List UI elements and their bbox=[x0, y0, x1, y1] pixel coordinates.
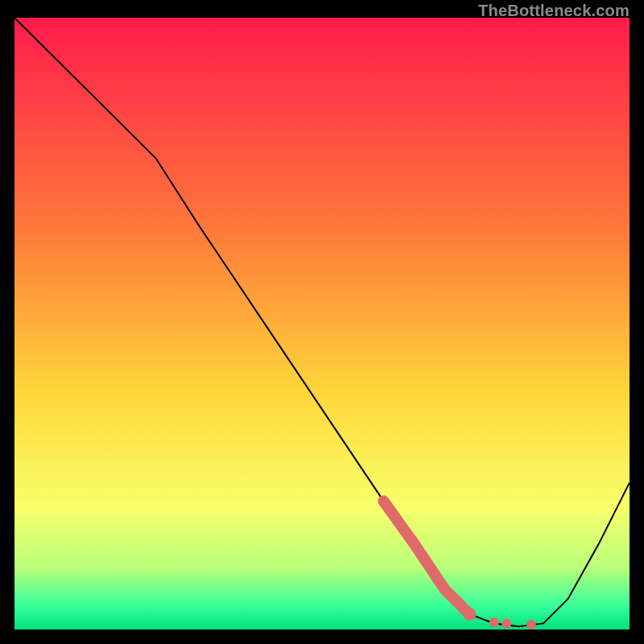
watermark-text: TheBottleneck.com bbox=[478, 2, 630, 20]
highlight-dot bbox=[489, 617, 499, 627]
bottleneck-chart bbox=[14, 18, 630, 630]
highlight-dot bbox=[502, 618, 511, 628]
highlight-dot bbox=[526, 620, 536, 630]
chart-frame bbox=[14, 18, 630, 630]
highlight-dot bbox=[463, 608, 476, 621]
